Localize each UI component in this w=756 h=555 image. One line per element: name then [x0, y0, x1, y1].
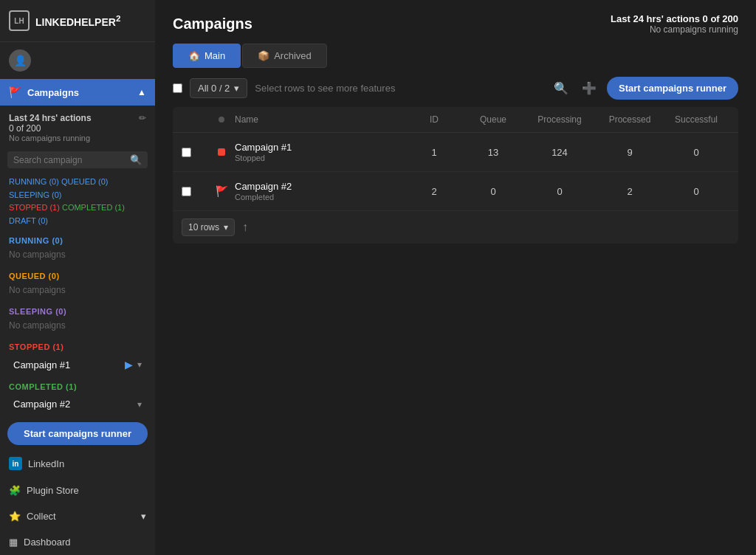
tab-main-label: Main: [205, 50, 225, 61]
table-header: Name ID Queue Processing Processed Succe…: [173, 107, 738, 133]
all-chevron-icon: ▾: [234, 83, 239, 94]
campaigns-label: Campaigns: [27, 87, 79, 98]
sidebar-nav-plugin-store[interactable]: 🧩 Plugin Store: [0, 478, 155, 503]
avatar-icon: 👤: [14, 55, 27, 66]
row2-id: 2: [405, 186, 464, 197]
table-row[interactable]: 🚩 Campaign #2 Completed 2 0 0 2 0: [173, 172, 738, 211]
row1-processed: 9: [597, 147, 663, 158]
row2-processing: 0: [523, 186, 597, 197]
all-selector[interactable]: All 0 / 2 ▾: [190, 78, 247, 98]
rows-per-page-selector[interactable]: 10 rows ▾: [182, 218, 235, 236]
plugin-store-icon: 🧩: [9, 485, 21, 496]
sidebar-nav-linkedin[interactable]: in LinkedIn: [0, 449, 155, 478]
row1-processing: 124: [523, 147, 597, 158]
filter-completed[interactable]: COMPLETED (1): [62, 203, 125, 212]
plugin-store-label: Plugin Store: [27, 485, 79, 496]
stats-sub: No campaigns running: [9, 134, 146, 142]
search-box[interactable]: 🔍: [7, 151, 148, 168]
header-no-campaigns: No campaigns running: [611, 24, 738, 35]
sidebar-campaign-2[interactable]: Campaign #2 ▾: [4, 393, 151, 415]
filter-running[interactable]: RUNNING (0): [9, 177, 59, 186]
sidebar-logo: LH LINKEDHELPER2: [0, 0, 155, 42]
edit-stats-icon[interactable]: ✏: [139, 113, 146, 123]
home-icon: 🏠: [188, 50, 200, 61]
page-title: Campaigns: [173, 15, 252, 32]
sidebar-avatar-section: 👤: [0, 42, 155, 79]
completed-status-icon: 🚩: [216, 185, 228, 197]
search-input[interactable]: [13, 155, 126, 165]
collect-icon: ⭐: [9, 511, 21, 522]
col-id: ID: [405, 114, 464, 125]
rows-label: 10 rows: [188, 222, 219, 232]
tab-archived[interactable]: 📦 Archived: [242, 44, 327, 68]
campaign-2-name-cell: Campaign #2 Completed: [235, 181, 292, 201]
sidebar-campaign-2-name: Campaign #2: [13, 399, 70, 410]
row2-checkbox-cell: [182, 187, 208, 196]
row2-successful: 0: [663, 186, 729, 197]
toolbar: All 0 / 2 ▾ Select rows to see more feat…: [155, 77, 756, 107]
table-row[interactable]: Campaign #1 Stopped 1 13 124 9 0: [173, 133, 738, 172]
row1-checkbox-cell: [182, 148, 208, 157]
logo-sup: 2: [116, 13, 120, 23]
filter-sleeping[interactable]: SLEEPING (0): [9, 190, 62, 199]
toolbar-left: All 0 / 2 ▾ Select rows to see more feat…: [173, 78, 395, 98]
toolbar-right: 🔍 ➕ Start campaigns runner: [551, 77, 738, 100]
chevron-down-icon[interactable]: ▾: [137, 359, 142, 370]
linkedin-left: in LinkedIn: [9, 457, 64, 470]
play-icon[interactable]: ▶: [125, 359, 133, 370]
linkedin-label: LinkedIn: [28, 458, 64, 469]
sidebar-nav-collect[interactable]: ⭐ Collect ▾: [0, 503, 155, 529]
sidebar-campaign-1[interactable]: Campaign #1 ▶ ▾: [4, 354, 151, 376]
upload-icon[interactable]: ↑: [242, 221, 248, 234]
logo-text: LINKEDHELPER2: [35, 13, 120, 28]
row2-status-cell: 🚩: [208, 185, 235, 197]
select-all-checkbox[interactable]: [173, 83, 182, 93]
group-header-stopped: STOPPED (1): [0, 337, 155, 353]
dashboard-left: ▦ Dashboard: [9, 537, 71, 548]
linkedin-icon: in: [9, 457, 22, 470]
chevron-down-icon-2[interactable]: ▾: [137, 399, 142, 410]
campaign-1-name: Campaign #1: [235, 142, 292, 153]
filter-stopped[interactable]: STOPPED (1): [9, 203, 60, 212]
actions-count: Last 24 hrs' actions 0 of 200: [611, 13, 738, 24]
avatar[interactable]: 👤: [9, 49, 31, 72]
campaigns-table: Name ID Queue Processing Processed Succe…: [173, 107, 738, 244]
filter-draft[interactable]: DRAFT (0): [9, 216, 48, 225]
sidebar-campaigns-section[interactable]: 🚩 Campaigns ▲: [0, 79, 155, 106]
sidebar-stats: Last 24 hrs' actions ✏ 0 of 200 No campa…: [0, 106, 155, 147]
dashboard-icon: ▦: [9, 537, 18, 548]
no-campaigns-running: No campaigns: [0, 247, 155, 266]
stats-value: 0 of 200: [9, 123, 146, 134]
tab-main[interactable]: 🏠 Main: [173, 44, 241, 68]
flag-icon: 🚩: [9, 86, 21, 98]
col-processed: Processed: [597, 114, 663, 125]
all-label: All 0 / 2: [198, 83, 230, 94]
tab-archived-label: Archived: [274, 50, 312, 61]
sidebar-campaign-1-name: Campaign #1: [13, 359, 70, 370]
start-campaigns-runner-sidebar[interactable]: Start campaigns runner: [7, 422, 148, 445]
col-successful: Successful: [663, 114, 729, 125]
filter-queued[interactable]: QUEUED (0): [61, 177, 109, 186]
search-toolbar-button[interactable]: 🔍: [551, 78, 571, 98]
sidebar: LH LINKEDHELPER2 👤 🚩 Campaigns ▲ Last 24…: [0, 0, 155, 555]
tab-bar: 🏠 Main 📦 Archived: [155, 44, 756, 77]
main-header: Campaigns Last 24 hrs' actions 0 of 200 …: [155, 0, 756, 44]
collect-label: Collect: [27, 511, 56, 522]
sidebar-campaign-1-actions: ▶ ▾: [125, 359, 142, 370]
campaigns-label-wrapper: 🚩 Campaigns: [9, 86, 79, 98]
header-right: Last 24 hrs' actions 0 of 200 No campaig…: [611, 13, 738, 35]
row2-checkbox[interactable]: [182, 187, 191, 196]
start-campaigns-runner-main[interactable]: Start campaigns runner: [607, 77, 738, 100]
col-checkbox: [182, 114, 208, 125]
status-dot-header: [219, 117, 224, 123]
campaign-1-name-cell: Campaign #1 Stopped: [235, 142, 292, 162]
add-button[interactable]: ➕: [579, 78, 599, 98]
campaign-2-status: Completed: [235, 193, 292, 201]
col-queue: Queue: [464, 114, 523, 125]
archive-icon: 📦: [258, 50, 269, 61]
campaign-2-name: Campaign #2: [235, 181, 292, 192]
sidebar-nav-dashboard[interactable]: ▦ Dashboard: [0, 529, 155, 555]
col-processing: Processing: [523, 114, 597, 125]
row1-checkbox[interactable]: [182, 148, 191, 157]
stopped-status-icon: [218, 148, 225, 156]
